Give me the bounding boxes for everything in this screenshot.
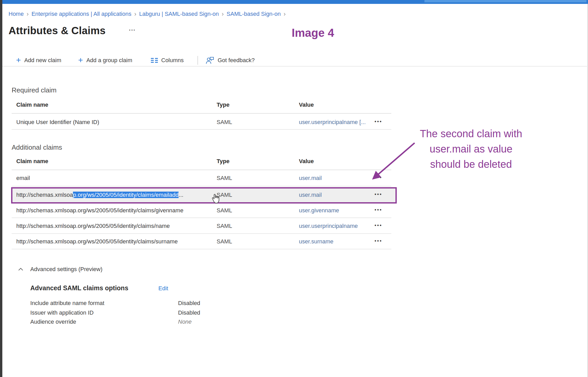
required-claim-name[interactable]: Unique User Identifier (Name ID)	[16, 119, 99, 126]
claim-row-name[interactable]: email	[16, 175, 30, 182]
adv-option-label: Include attribute name format	[30, 300, 104, 307]
claim-row-name[interactable]: http://schemas.xmlsoap.org/ws/2005/05/id…	[16, 192, 183, 198]
claim-row-value[interactable]: user.surname	[299, 238, 333, 245]
breadcrumb-home[interactable]: Home	[9, 11, 24, 17]
add-group-claim-label: Add a group claim	[86, 57, 132, 64]
add-new-claim-label: Add new claim	[24, 57, 61, 64]
breadcrumb-enterprise-applications[interactable]: Enterprise applications | All applicatio…	[32, 11, 131, 17]
chevron-up-icon[interactable]	[18, 268, 23, 271]
row-more-options-icon[interactable]: •••	[374, 207, 382, 213]
breadcrumb-labguru-saml[interactable]: Labguru | SAML-based Sign-on	[139, 11, 219, 17]
hand-cursor-icon	[211, 194, 220, 204]
required-claim-value[interactable]: user.userprincipalname [...	[299, 119, 366, 126]
claim-row-name[interactable]: http://schemas.xmlsoap.org/ws/2005/05/id…	[16, 223, 170, 229]
window-left-border	[0, 0, 2, 377]
got-feedback-button[interactable]: Got feedback?	[206, 55, 255, 66]
feedback-person-icon	[206, 56, 214, 64]
column-header-claim-name[interactable]: Claim name	[16, 158, 48, 165]
title-more-options-icon[interactable]: ...	[129, 25, 136, 32]
adv-option-label: Issuer with application ID	[30, 309, 94, 316]
adv-option-value: Disabled	[178, 309, 200, 316]
plus-icon: +	[78, 56, 83, 64]
row-more-options-icon[interactable]: •••	[374, 238, 382, 244]
claim-row-value[interactable]: user.mail	[299, 175, 322, 182]
got-feedback-label: Got feedback?	[218, 57, 255, 64]
claim-row-value[interactable]: user.givenname	[299, 207, 339, 214]
annotation-note-line: should be deleted	[402, 157, 540, 172]
chevron-right-icon: ›	[134, 11, 136, 17]
adv-option-value: Disabled	[178, 300, 200, 307]
toolbar-rule	[2, 66, 588, 67]
row-more-options-icon[interactable]: •••	[374, 191, 382, 197]
claim-name-ellipsis: ...	[179, 192, 183, 198]
table-rule	[12, 186, 391, 186]
chevron-right-icon: ›	[27, 11, 29, 17]
additional-claims-heading: Additional claims	[12, 143, 62, 151]
adv-option-label: Audience override	[30, 318, 76, 325]
table-rule	[12, 129, 391, 130]
columns-button[interactable]: Columns	[151, 55, 184, 66]
advanced-saml-options-heading: Advanced SAML claims options	[30, 284, 128, 292]
annotation-note-line: user.mail as value	[402, 141, 540, 157]
column-header-value[interactable]: Value	[299, 102, 314, 108]
chevron-right-icon: ›	[284, 11, 286, 17]
annotation-note-line: The second claim with	[402, 126, 540, 141]
add-new-claim-button[interactable]: + Add new claim	[16, 55, 61, 66]
column-header-type[interactable]: Type	[217, 158, 230, 165]
row-more-options-icon[interactable]: •••	[374, 119, 382, 125]
annotation-image-label: Image 4	[292, 26, 334, 39]
table-rule	[12, 233, 391, 234]
claim-name-unselected: http://schemas.xmlsoa	[16, 192, 73, 198]
claim-name-selected-text: p.org/ws/2005/05/identity/claims/emailad…	[73, 192, 179, 198]
claim-row-name[interactable]: http://schemas.xmlsoap.org/ws/2005/05/id…	[16, 238, 178, 245]
annotation-note: The second claim with user.mail as value…	[402, 126, 540, 172]
row-more-options-icon[interactable]: •••	[374, 222, 382, 228]
claim-row-type: SAML	[217, 223, 232, 229]
breadcrumb: Home › Enterprise applications | All app…	[9, 11, 286, 17]
table-rule	[12, 170, 391, 170]
advanced-settings-toggle[interactable]: Advanced settings (Preview)	[30, 266, 102, 273]
plus-icon: +	[16, 56, 21, 64]
chevron-right-icon: ›	[222, 11, 224, 17]
required-claim-heading: Required claim	[12, 86, 56, 94]
required-claim-type: SAML	[217, 119, 232, 126]
claim-row-value[interactable]: user.userprincipalname	[299, 223, 358, 229]
breadcrumb-saml-signon[interactable]: SAML-based Sign-on	[227, 11, 281, 17]
claim-row-type: SAML	[217, 175, 232, 182]
claim-row-value[interactable]: user.mail	[299, 192, 322, 198]
claim-row-name[interactable]: http://schemas.xmlsoap.org/ws/2005/05/id…	[16, 207, 183, 214]
column-header-type[interactable]: Type	[217, 102, 230, 108]
claim-row-type: SAML	[217, 238, 232, 245]
page-title: Attributes & Claims	[9, 25, 106, 37]
toolbar-divider	[197, 56, 198, 65]
claim-row-type: SAML	[217, 207, 232, 214]
columns-label: Columns	[161, 57, 184, 64]
table-rule	[12, 218, 391, 218]
column-header-value[interactable]: Value	[299, 158, 314, 165]
azure-top-bar-search-area	[424, 0, 586, 2]
edit-link[interactable]: Edit	[158, 285, 168, 292]
table-rule	[12, 113, 391, 114]
columns-icon	[151, 58, 158, 63]
table-rule	[12, 249, 391, 249]
column-header-claim-name[interactable]: Claim name	[16, 102, 48, 108]
adv-option-value: None	[178, 318, 192, 325]
add-group-claim-button[interactable]: + Add a group claim	[78, 55, 132, 66]
attributes-claims-page: Home › Enterprise applications | All app…	[0, 0, 588, 377]
